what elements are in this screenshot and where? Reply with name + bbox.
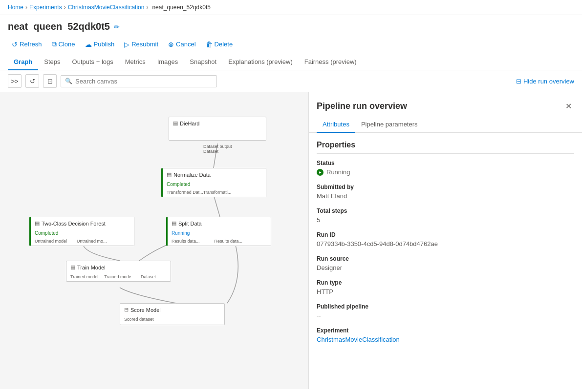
breadcrumb-experiments[interactable]: Experiments: [29, 4, 62, 11]
hide-run-icon: ⊟: [516, 78, 521, 85]
node-diehard[interactable]: ▤ DieHard Dataset outputDataset: [169, 117, 266, 141]
node-split-status: Running: [168, 229, 271, 238]
prop-run-id-value: 0779334b-3350-4cd5-94d8-0d74bd4762ae: [317, 240, 574, 248]
tab-images[interactable]: Images: [151, 54, 184, 70]
delete-icon: 🗑: [206, 41, 213, 48]
fit-icon: ⊡: [47, 78, 53, 85]
panel-close-button[interactable]: ✕: [562, 100, 574, 112]
tab-steps[interactable]: Steps: [38, 54, 66, 70]
node-train-label: Train Model: [77, 265, 106, 270]
node-score-label: Score Model: [130, 307, 161, 313]
cancel-button[interactable]: ⊗ Cancel: [164, 39, 199, 50]
refresh-button[interactable]: ↺ Refresh: [8, 39, 46, 50]
prop-run-source: Run source Designer: [317, 255, 574, 271]
prop-total-steps: Total steps 5: [317, 207, 574, 224]
tab-snapshot[interactable]: Snapshot: [184, 54, 222, 70]
node-two-class-status: Completed: [31, 229, 134, 238]
tab-graph[interactable]: Graph: [8, 54, 38, 70]
properties-title: Properties: [317, 141, 574, 154]
breadcrumb-classification[interactable]: ChristmasMovieClassification: [68, 4, 145, 11]
clone-button[interactable]: ⧉ Clone: [48, 38, 79, 50]
edit-icon[interactable]: ✏: [114, 23, 120, 31]
publish-icon: ☁: [85, 41, 92, 48]
reset-zoom-icon: ↺: [30, 78, 35, 85]
node-normalize-icon: ▤: [167, 171, 172, 178]
node-normalize-label: Normalize Data: [173, 172, 211, 178]
page-title-row: neat_queen_52qdk0t5 ✏: [0, 15, 582, 36]
prop-experiment-value[interactable]: ChristmasMovieClassification: [317, 336, 574, 343]
prop-run-id: Run ID 0779334b-3350-4cd5-94d8-0d74bd476…: [317, 231, 574, 248]
tab-explanations[interactable]: Explanations (preview): [222, 54, 299, 70]
pipeline-run-overview-panel: Pipeline run overview ✕ Attributes Pipel…: [308, 92, 582, 389]
node-two-class[interactable]: ▤ Two-Class Decision Forest Completed Un…: [29, 217, 134, 246]
breadcrumb-current: neat_queen_52qdk0t5: [152, 4, 210, 11]
panel-tabs: Attributes Pipeline parameters: [309, 118, 582, 133]
status-running-indicator: [317, 169, 323, 176]
hide-run-overview-button[interactable]: ⊟ Hide run overview: [516, 78, 574, 85]
breadcrumb: Home › Experiments › ChristmasMovieClass…: [0, 0, 582, 15]
expand-button[interactable]: >>: [8, 74, 22, 88]
prop-submitted-by-value: Matt Eland: [317, 192, 574, 200]
prop-run-id-label: Run ID: [317, 231, 574, 238]
prop-submitted-by: Submitted by Matt Eland: [317, 184, 574, 200]
prop-run-type-label: Run type: [317, 279, 574, 286]
prop-total-steps-label: Total steps: [317, 207, 574, 214]
panel-content: Properties Status Running Submitted by M…: [309, 133, 582, 389]
toolbar: ↺ Refresh ⧉ Clone ☁ Publish ▷ Resubmit ⊗…: [0, 36, 582, 54]
prop-submitted-by-label: Submitted by: [317, 184, 574, 190]
prop-experiment-label: Experiment: [317, 327, 574, 334]
canvas-toolbar: >> ↺ ⊡ 🔍 ⊟ Hide run overview: [0, 70, 582, 92]
tabs: Graph Steps Outputs + logs Metrics Image…: [0, 54, 582, 70]
tab-metrics[interactable]: Metrics: [119, 54, 151, 70]
node-score-model[interactable]: ⊟ Score Model Scored dataset: [120, 303, 225, 325]
prop-experiment: Experiment ChristmasMovieClassification: [317, 327, 574, 343]
node-split-icon: ▤: [172, 220, 176, 227]
panel-tab-pipeline-params[interactable]: Pipeline parameters: [355, 118, 424, 133]
cancel-icon: ⊗: [168, 41, 174, 48]
reset-zoom-button[interactable]: ↺: [25, 74, 39, 88]
prop-status: Status Running: [317, 160, 574, 176]
resubmit-icon: ▷: [124, 41, 129, 48]
node-diehard-icon: ▤: [173, 120, 178, 126]
node-two-class-label: Two-Class Decision Forest: [42, 221, 106, 227]
main-content: ▤ DieHard Dataset outputDataset ▤ Normal…: [0, 92, 582, 389]
status-row: Running: [317, 168, 574, 176]
prop-published-pipeline-label: Published pipeline: [317, 303, 574, 310]
node-train-icon: ▤: [70, 264, 75, 270]
prop-status-value: Running: [326, 168, 350, 176]
search-input[interactable]: [75, 78, 213, 85]
node-train-model[interactable]: ▤ Train Model Trained modelTrained mode.…: [66, 261, 171, 282]
prop-published-pipeline: Published pipeline --: [317, 303, 574, 319]
panel-title: Pipeline run overview: [317, 101, 407, 111]
search-box: 🔍: [61, 75, 217, 87]
publish-button[interactable]: ☁ Publish: [81, 39, 119, 50]
prop-published-pipeline-value: --: [317, 312, 574, 319]
node-normalize-data[interactable]: ▤ Normalize Data Completed Transformed D…: [161, 168, 266, 197]
delete-button[interactable]: 🗑 Delete: [202, 39, 237, 50]
canvas[interactable]: ▤ DieHard Dataset outputDataset ▤ Normal…: [0, 92, 308, 389]
tab-fairness[interactable]: Fairness (preview): [299, 54, 363, 70]
prop-status-label: Status: [317, 160, 574, 166]
breadcrumb-home[interactable]: Home: [8, 4, 23, 11]
resubmit-button[interactable]: ▷ Resubmit: [120, 39, 162, 50]
prop-run-source-value: Designer: [317, 264, 574, 271]
node-split-data[interactable]: ▤ Split Data Running Results data...Resu…: [166, 217, 271, 246]
node-two-class-icon: ▤: [35, 220, 40, 227]
panel-header: Pipeline run overview ✕: [309, 92, 582, 118]
node-score-icon: ⊟: [124, 307, 129, 313]
node-normalize-status: Completed: [163, 181, 266, 189]
search-icon: 🔍: [65, 78, 72, 84]
svg-line-1: [214, 195, 220, 217]
prop-run-type: Run type HTTP: [317, 279, 574, 295]
node-diehard-label: DieHard: [180, 121, 199, 126]
panel-tab-attributes[interactable]: Attributes: [317, 118, 355, 133]
prop-run-type-value: HTTP: [317, 288, 574, 295]
node-split-label: Split Data: [178, 221, 202, 227]
clone-icon: ⧉: [52, 40, 57, 48]
page-title: neat_queen_52qdk0t5: [8, 21, 110, 32]
prop-total-steps-value: 5: [317, 216, 574, 224]
fit-button[interactable]: ⊡: [43, 74, 57, 88]
tab-outputs-logs[interactable]: Outputs + logs: [66, 54, 119, 70]
refresh-icon: ↺: [12, 41, 18, 48]
prop-run-source-label: Run source: [317, 255, 574, 262]
